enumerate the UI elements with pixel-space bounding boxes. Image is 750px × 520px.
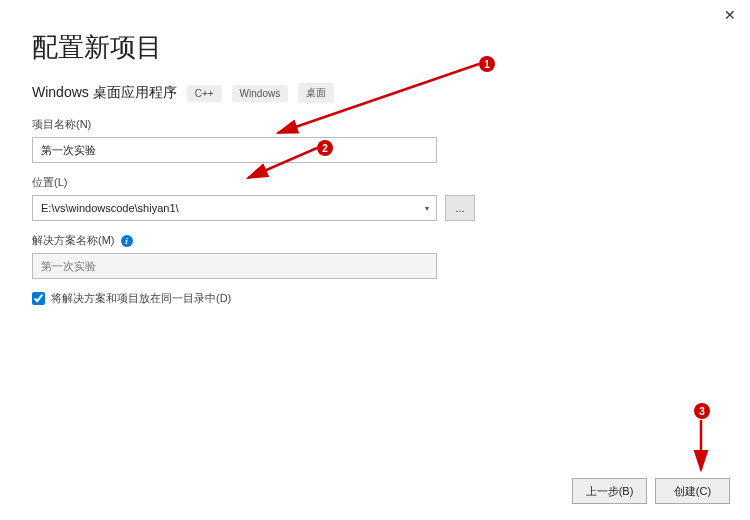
solution-name-label: 解决方案名称(M) i (32, 233, 718, 248)
dialog-content: 配置新项目 Windows 桌面应用程序 C++ Windows 桌面 项目名称… (0, 0, 750, 306)
location-combo[interactable]: ▾ (32, 195, 437, 221)
solution-name-label-text: 解决方案名称(M) (32, 233, 115, 248)
project-name-input[interactable] (32, 137, 437, 163)
location-field: 位置(L) ▾ ... (32, 175, 718, 221)
close-button[interactable]: ✕ (722, 8, 738, 24)
back-button[interactable]: 上一步(B) (572, 478, 647, 504)
same-directory-label: 将解决方案和项目放在同一目录中(D) (51, 291, 231, 306)
dialog-title: 配置新项目 (32, 30, 718, 65)
location-label: 位置(L) (32, 175, 718, 190)
dialog-footer: 上一步(B) 创建(C) (572, 478, 730, 504)
info-icon[interactable]: i (121, 235, 133, 247)
solution-name-input (32, 253, 437, 279)
same-directory-checkbox[interactable] (32, 292, 45, 305)
project-name-field: 项目名称(N) (32, 117, 718, 163)
same-directory-row: 将解决方案和项目放在同一目录中(D) (32, 291, 718, 306)
annotation-badge-3: 3 (694, 403, 710, 419)
annotation-badge-2: 2 (317, 140, 333, 156)
template-row: Windows 桌面应用程序 C++ Windows 桌面 (32, 83, 718, 103)
project-name-label: 项目名称(N) (32, 117, 718, 132)
tag-platform: Windows (232, 85, 289, 102)
tag-language: C++ (187, 85, 222, 102)
annotation-badge-1: 1 (479, 56, 495, 72)
tag-type: 桌面 (298, 83, 334, 103)
location-dropdown-icon[interactable]: ▾ (418, 196, 436, 220)
create-button[interactable]: 创建(C) (655, 478, 730, 504)
browse-button[interactable]: ... (445, 195, 475, 221)
template-name: Windows 桌面应用程序 (32, 84, 177, 102)
solution-name-field: 解决方案名称(M) i (32, 233, 718, 279)
location-input[interactable] (33, 196, 418, 220)
